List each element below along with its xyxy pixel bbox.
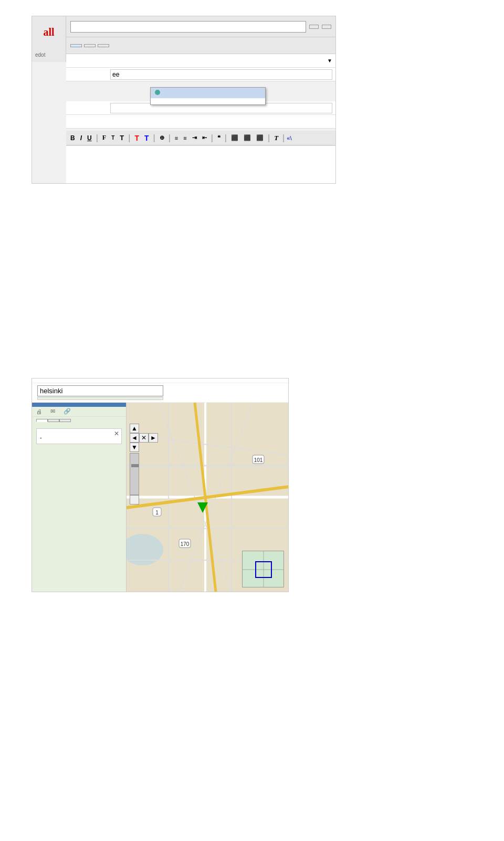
- gmail-subject-area: [66, 101, 335, 129]
- maps-tab-map[interactable]: [36, 419, 48, 422]
- maps-zoom-slider-thumb[interactable]: [131, 464, 139, 467]
- maps-directions: -: [40, 434, 118, 440]
- gmail-dot-0: [155, 90, 160, 95]
- maps-nav-right[interactable]: ►: [149, 433, 158, 443]
- gmail-sidebar-edot: edot: [35, 52, 45, 58]
- maps-nav-center[interactable]: ✕: [139, 433, 149, 443]
- gmail-link-btn[interactable]: ⊕: [158, 133, 166, 142]
- gmail-main-area: ▼: [66, 16, 335, 183]
- gmail-toolbar: B I U | F T T | T T | ⊕ | ≡ ≡ ⇥ ⇤ | ❝ | …: [66, 131, 335, 145]
- maps-map-area: 101 170 1: [127, 403, 288, 592]
- gmail-quote-btn[interactable]: ❝: [215, 133, 223, 142]
- gmail-toolbar-sep5: |: [211, 133, 213, 143]
- gmail-toolbar-sep6: |: [225, 133, 227, 143]
- maps-main: 🖨 ✉ 🔗 ✕: [32, 403, 288, 592]
- maps-nav: [32, 379, 288, 383]
- maps-left-sidebar: 🖨 ✉ 🔗 ✕: [32, 403, 127, 592]
- maps-tab-bar: [32, 417, 126, 424]
- maps-location-marker: [197, 502, 208, 513]
- maps-zoom-slider-track: [130, 453, 139, 495]
- maps-search-area: [32, 383, 288, 403]
- gmail-toolbar-sep3: |: [153, 133, 155, 143]
- svg-text:101: 101: [254, 457, 263, 463]
- gmail-to-row: [66, 68, 335, 81]
- maps-address-close[interactable]: ✕: [114, 430, 119, 437]
- maps-search-input[interactable]: [37, 385, 163, 396]
- gmail-color-btn2[interactable]: T: [142, 133, 151, 143]
- gmail-size-btn2[interactable]: T: [118, 133, 126, 143]
- gmail-color-btn1[interactable]: T: [132, 133, 141, 143]
- gmail-bold-btn[interactable]: B: [68, 133, 77, 143]
- gmail-toolbar-sep1: |: [96, 133, 98, 143]
- maps-tab-satellite[interactable]: [48, 419, 59, 422]
- gmail-align-left-btn[interactable]: ⬛: [229, 133, 240, 142]
- maps-link-icon[interactable]: 🔗: [64, 408, 71, 415]
- gmail-detail-rows: ▼: [66, 54, 335, 81]
- gmail-align-right-btn[interactable]: ⬛: [254, 133, 266, 142]
- maps-zoom-out-btn[interactable]: [130, 495, 139, 504]
- maps-inset: [242, 551, 284, 587]
- gmail-left-sidebar: edot: [32, 37, 66, 62]
- svg-text:170: 170: [181, 541, 190, 547]
- maps-screenshot: 🖨 ✉ 🔗 ✕: [32, 378, 289, 592]
- gmail-attach-row: [66, 115, 335, 129]
- svg-rect-20: [243, 551, 284, 587]
- maps-directions-sep: -: [40, 434, 42, 440]
- gmail-size-btn1[interactable]: T: [109, 134, 117, 142]
- maps-inset-svg: [243, 551, 284, 587]
- gmail-search-web-btn[interactable]: [322, 25, 331, 29]
- maps-zoom-controls: ▲ ◄ ✕ ► ▼: [130, 424, 158, 504]
- content-area: 🖨 ✉ 🔗 ✕: [32, 194, 472, 600]
- maps-autocomplete[interactable]: [37, 397, 163, 400]
- gmail-list-btn2[interactable]: ≡: [181, 134, 188, 142]
- gmail-save-btn[interactable]: [84, 44, 96, 47]
- maps-wrapper: 🖨 ✉ 🔗 ✕: [32, 378, 472, 592]
- gmail-indent-btn[interactable]: ⇥: [190, 133, 199, 142]
- maps-map-bg: 101 170 1: [127, 403, 288, 592]
- gmail-body-area[interactable]: [66, 145, 335, 183]
- gmail-send-btn[interactable]: [70, 44, 82, 47]
- gmail-autocomplete-item-0[interactable]: [151, 88, 265, 98]
- gmail-to-input[interactable]: [110, 69, 332, 80]
- gmail-italic-btn[interactable]: I: [78, 133, 84, 143]
- gmail-from-dropdown[interactable]: ▼: [327, 58, 332, 64]
- gmail-list-btn1[interactable]: ≡: [173, 134, 180, 142]
- maps-nav-down[interactable]: ▼: [130, 443, 139, 452]
- gmail-outdent-btn[interactable]: ⇤: [200, 133, 209, 142]
- svg-text:1: 1: [155, 510, 159, 516]
- gmail-search-input[interactable]: [70, 21, 306, 33]
- gmail-autocomplete: [150, 87, 266, 105]
- maps-nav-horizontal: ◄ ✕ ►: [130, 433, 158, 443]
- gmail-font-btn[interactable]: F: [100, 133, 108, 143]
- gmail-underline-btn[interactable]: U: [85, 133, 94, 143]
- maps-nav-left[interactable]: ◄: [130, 433, 139, 443]
- gmail-search-all-btn[interactable]: [309, 25, 319, 29]
- gmail-discard-btn[interactable]: [98, 44, 109, 47]
- gmail-from-row: ▼: [66, 54, 335, 68]
- maps-nav-up[interactable]: ▲: [130, 424, 139, 433]
- maps-email-icon[interactable]: ✉: [50, 408, 55, 415]
- gmail-toolbar-sep8: |: [282, 133, 285, 143]
- maps-sidebar-title: [32, 403, 126, 407]
- gmail-search-bar: [66, 16, 335, 37]
- gmail-autocomplete-item-2[interactable]: [151, 101, 265, 104]
- gmail-toolbar-sep4: |: [169, 133, 171, 143]
- maps-tab-hybrid[interactable]: [59, 419, 71, 422]
- gmail-toolbar-more[interactable]: «\: [287, 135, 291, 141]
- gmail-logo: all: [43, 26, 54, 38]
- maps-print-icon[interactable]: 🖨: [36, 408, 42, 415]
- gmail-compose-bar: [66, 37, 335, 54]
- gmail-font2-btn[interactable]: T: [272, 133, 280, 143]
- gmail-toolbar-sep2: |: [128, 133, 130, 143]
- gmail-toolbar-sep7: |: [268, 133, 270, 143]
- gmail-screenshot: all ▼: [32, 16, 336, 184]
- gmail-align-center-btn[interactable]: ⬛: [242, 133, 253, 142]
- maps-mini-nav: 🖨 ✉ 🔗: [32, 407, 126, 417]
- maps-address-box: ✕ -: [36, 428, 122, 444]
